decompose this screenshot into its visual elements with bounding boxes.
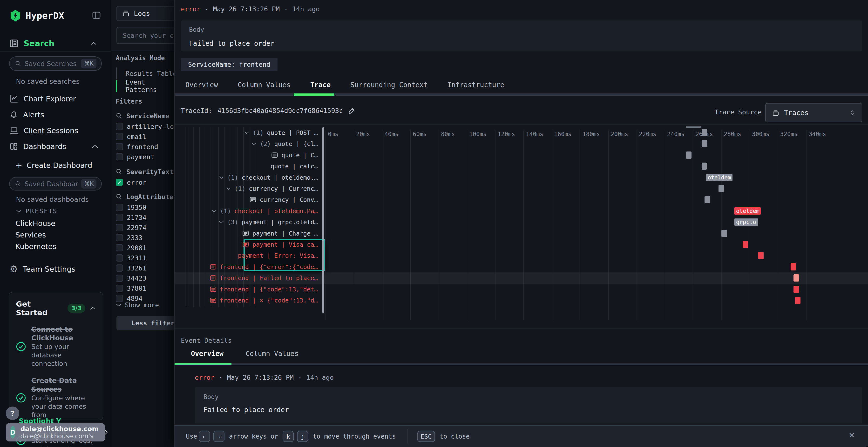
user-menu[interactable]: D dale@clickhouse.com dale@clickhouse.co… [6,423,105,442]
span-duration-bar[interactable] [705,196,710,203]
span-duration-bar[interactable]: oteldem [706,174,733,181]
tab-overview[interactable]: Overview [185,81,218,89]
checkbox[interactable] [116,254,123,262]
filter-option-artillery-loa[interactable]: artillery-loa [116,122,176,132]
checkbox[interactable] [116,265,123,272]
filter-option-payment[interactable]: payment [116,152,176,162]
source-select-button[interactable]: Logs [117,6,180,21]
checkbox[interactable] [116,295,123,302]
chevron-down-icon[interactable] [212,209,217,213]
trace-span-row[interactable]: frontend | {"error":{"code… [175,261,318,272]
trace-span-row[interactable]: (3)payment | grpc.oteld… [175,216,318,228]
trace-span-row[interactable]: frontend | × {"code":13,"d… [175,295,318,306]
sidebar-item-dashboards[interactable]: Dashboards [10,141,104,152]
chevron-down-icon[interactable] [251,142,256,146]
span-duration-bar[interactable] [794,274,799,281]
trace-span-row[interactable]: (2)quote | {cl… [175,138,318,149]
checkbox[interactable] [116,204,123,211]
checkbox[interactable] [116,244,123,251]
get-started-item-connect[interactable]: Connect to ClickHouse Set up your databa… [16,325,96,368]
saved-dashboards-input[interactable] [25,180,78,187]
filter-option-error[interactable]: ✓error [116,177,176,187]
edit-pencil-icon[interactable] [348,107,355,114]
checkbox[interactable] [116,214,123,221]
span-duration-bar[interactable]: oteldem [734,207,761,215]
get-started-item-sources[interactable]: Create Data Sources Configure where your… [16,376,96,419]
span-duration-bar[interactable] [794,286,799,293]
trace-span-row[interactable]: frontend | {"code":13,"det… [175,284,318,295]
span-duration-bar[interactable] [702,129,707,136]
checkbox[interactable] [116,123,123,130]
filter-option-37801[interactable]: 37801 [116,283,176,294]
trace-span-row[interactable]: (1)checkout | oteldemo.… [175,172,318,183]
sidebar-item-team-settings[interactable]: ⚙ Team Settings [10,265,75,274]
span-duration-bar[interactable]: grpc.o [734,218,758,226]
preset-dashboard-kubernetes[interactable]: Kubernetes [16,242,56,251]
preset-dashboard-clickhouse[interactable]: ClickHouse [16,219,56,228]
sidebar-collapse-icon[interactable] [92,11,100,19]
span-duration-bar[interactable] [795,297,801,304]
ed-tab-overview[interactable]: Overview [191,350,223,358]
filter-group-header[interactable]: SeverityText [116,166,176,177]
checkbox-checked[interactable]: ✓ [116,179,123,186]
filter-option-33261[interactable]: 33261 [116,263,176,273]
presets-toggle[interactable]: PRESETS [16,208,57,215]
trace-span-row[interactable]: (1)quote | POST … [175,127,318,138]
checkbox[interactable] [116,285,123,292]
service-name-tag[interactable]: ServiceName: frontend [181,58,278,71]
span-duration-bar[interactable] [702,140,707,147]
span-duration-bar[interactable] [790,263,796,271]
trace-span-row[interactable]: quote | C… [175,149,318,161]
mode-event-patterns[interactable]: Event Patterns [116,80,179,92]
sidebar-item-client-sessions[interactable]: Client Sessions [10,125,104,136]
span-duration-bar[interactable] [743,241,748,248]
show-more-button[interactable]: Show more [116,302,159,309]
preset-dashboard-services[interactable]: Services [16,231,46,239]
tab-column-values[interactable]: Column Values [238,81,290,89]
mode-results-table[interactable]: Results Table [116,67,179,79]
chevron-down-icon[interactable] [219,220,224,224]
filter-option-2333[interactable]: 2333 [116,233,176,243]
span-duration-bar[interactable] [758,252,764,259]
trace-source-select[interactable]: Traces [765,103,862,122]
filter-option-email[interactable]: email [116,132,176,142]
chevron-down-icon[interactable] [219,176,224,179]
timeline-hscrollbar[interactable] [686,127,702,128]
trace-span-row[interactable]: currency | Conv… [175,194,318,205]
filter-option-21734[interactable]: 21734 [116,212,176,222]
filter-option-32311[interactable]: 32311 [116,253,176,263]
trace-span-row[interactable]: (1)checkout | oteldemo.Pa… [175,205,318,216]
filter-group-header[interactable]: ServiceName [116,110,176,122]
tab-surrounding-context[interactable]: Surrounding Context [350,81,428,89]
span-duration-bar[interactable] [721,230,727,237]
sidebar-item-alerts[interactable]: Alerts [10,109,104,120]
span-duration-bar[interactable] [702,163,707,170]
saved-searches-input[interactable] [25,60,78,67]
checkbox[interactable] [116,133,123,140]
tab-trace[interactable]: Trace [310,81,331,89]
filter-option-19350[interactable]: 19350 [116,202,176,212]
tree-scrollbar[interactable] [322,127,324,313]
filter-option-29081[interactable]: 29081 [116,243,176,253]
sidebar-item-chart-explorer[interactable]: Chart Explorer [10,94,104,104]
span-duration-bar[interactable] [686,151,691,159]
filter-option-frontend[interactable]: frontend [116,142,176,152]
trace-span-row[interactable]: quote | calc… [175,161,318,172]
close-icon[interactable]: ✕ [849,430,855,439]
span-duration-bar[interactable] [718,185,724,192]
chevron-up-icon[interactable] [90,306,96,310]
filter-option-22974[interactable]: 22974 [116,222,176,233]
create-dashboard-button[interactable]: + Create Dashboard [16,161,92,170]
filter-group-header[interactable]: LogAttributes [116,191,176,202]
filter-option-34423[interactable]: 34423 [116,273,176,283]
tab-infrastructure[interactable]: Infrastructure [447,81,504,89]
checkbox[interactable] [116,153,123,161]
event-search-input[interactable] [123,32,173,39]
app-logo[interactable]: HyperDX [10,9,64,23]
checkbox[interactable] [116,143,123,150]
sidebar-item-search[interactable]: Search [10,38,101,49]
trace-span-row[interactable]: payment | Charge … [175,228,318,239]
help-button[interactable]: ? [6,407,19,420]
trace-span-row[interactable]: payment | Visa ca… [175,239,318,250]
checkbox[interactable] [116,234,123,241]
